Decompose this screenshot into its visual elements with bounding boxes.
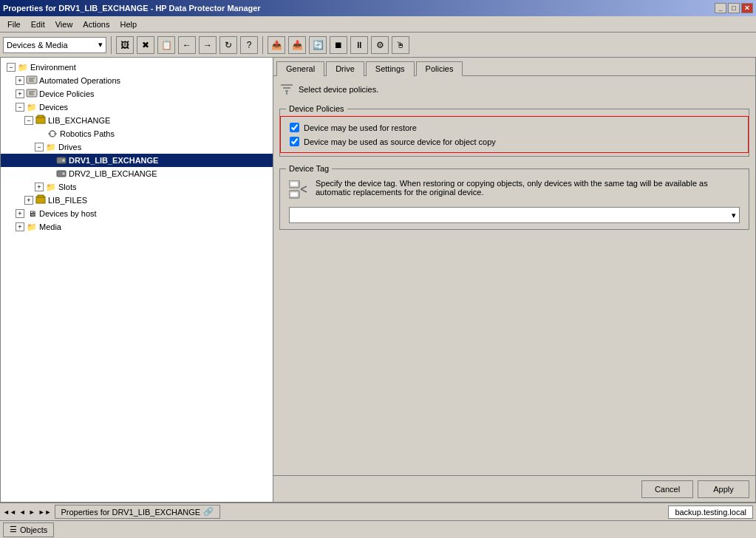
checkbox-row-restore: Device may be used for restore — [290, 123, 739, 132]
cancel-button[interactable]: Cancel — [641, 480, 693, 498]
tree-item-lib-files[interactable]: + LIB_FILES — [1, 194, 273, 207]
status-properties-label: Properties for DRV1_LIB_EXCHANGE 🔗 — [55, 505, 221, 519]
toolbar-btn-2[interactable]: ✖ — [137, 36, 154, 54]
drv2-icon — [55, 168, 67, 180]
menu-help[interactable]: Help — [115, 18, 141, 30]
toolbar-btn-11[interactable]: ⏸ — [350, 36, 368, 54]
svg-rect-24 — [290, 182, 298, 186]
title-bar-buttons: _ □ ✕ — [715, 3, 753, 13]
tree-label-robotics: Robotics Paths — [60, 129, 115, 138]
toolbar-btn-13[interactable]: 🖱 — [392, 36, 409, 54]
devices-media-dropdown[interactable]: Devices & Media ▾ — [3, 37, 106, 53]
tab-general[interactable]: General — [276, 61, 324, 76]
media-folder-icon: 📁 — [26, 221, 38, 233]
toolbar-btn-9[interactable]: 🔄 — [309, 36, 327, 54]
expand-drives-icon[interactable]: − — [35, 143, 44, 151]
nav-next-button[interactable]: ► — [29, 508, 35, 516]
device-tag-content: Specify the device tag. When restoring o… — [280, 173, 749, 229]
toolbar-btn-help[interactable]: ? — [240, 36, 258, 54]
toolbar-btn-12[interactable]: ⚙ — [371, 36, 389, 54]
toolbar-btn-8[interactable]: 📥 — [288, 36, 306, 54]
nav-prev-button[interactable]: ◄ — [19, 508, 26, 516]
toolbar-btn-10[interactable]: ⏹ — [330, 36, 347, 54]
expand-device-policies-icon[interactable]: + — [16, 89, 24, 98]
close-button[interactable]: ✕ — [741, 3, 753, 13]
expand-devices-host-icon[interactable]: + — [16, 209, 24, 218]
tree-item-lib-exchange[interactable]: − LIB_EXCHANGE — [1, 114, 273, 127]
tree-item-media[interactable]: + 📁 Media — [1, 220, 273, 234]
menu-edit[interactable]: Edit — [27, 18, 50, 30]
left-panel-tree: − 📁 Environment + Automated Operations + — [0, 58, 273, 503]
toolbar-btn-4[interactable]: ← — [178, 36, 196, 54]
device-tag-dropdown-arrow-icon: ▾ — [732, 211, 736, 220]
filter-icon — [279, 82, 294, 97]
expand-media-icon[interactable]: + — [16, 222, 24, 231]
apply-button[interactable]: Apply — [698, 480, 749, 498]
tree-item-automated-operations[interactable]: + Automated Operations — [1, 74, 273, 87]
source-device-checkbox[interactable] — [290, 137, 299, 146]
title-bar: Properties for DRV1_LIB_EXCHANGE - HP Da… — [0, 0, 756, 16]
tree-label-automated: Automated Operations — [39, 76, 120, 85]
select-policies-label: Select device policies. — [299, 85, 378, 94]
toolbar-separator-2 — [262, 36, 263, 54]
tree-item-drives[interactable]: − 📁 Drives — [1, 140, 273, 154]
restore-button[interactable]: □ — [728, 3, 740, 13]
menu-view[interactable]: View — [51, 18, 78, 30]
robotics-icon — [47, 128, 58, 140]
nav-first-button[interactable]: ◄◄ — [3, 508, 16, 516]
device-tag-dropdown[interactable]: ▾ — [289, 207, 740, 223]
status-nav: ◄◄ ◄ ► ►► — [3, 508, 52, 516]
status-server-label: backup.testing.local — [668, 505, 753, 519]
svg-rect-19 — [281, 84, 293, 86]
tree-item-devices-by-host[interactable]: + 🖥 Devices by host — [1, 207, 273, 220]
minimize-button[interactable]: _ — [715, 3, 726, 13]
tree-label-media: Media — [39, 222, 61, 231]
tree-label-drv1: DRV1_LIB_EXCHANGE — [69, 156, 158, 165]
tree-label-slots: Slots — [58, 183, 76, 191]
policies-tab-content: Select device policies. Device Policies … — [273, 76, 755, 475]
expand-automated-icon[interactable]: + — [16, 76, 24, 85]
expand-environment-icon[interactable]: − — [7, 63, 16, 72]
tree-item-devices[interactable]: − 📁 Devices — [1, 101, 273, 114]
toolbar-btn-7[interactable]: 📤 — [268, 36, 285, 54]
tree-label-lib-exchange: LIB_EXCHANGE — [48, 116, 110, 125]
automated-ops-icon — [26, 75, 38, 86]
tab-drive[interactable]: Drive — [326, 61, 364, 76]
objects-label: Objects — [20, 525, 47, 534]
tree-item-environment[interactable]: − 📁 Environment — [1, 61, 273, 74]
menu-bar: File Edit View Actions Help — [0, 16, 756, 33]
restore-checkbox[interactable] — [290, 123, 299, 132]
tab-settings[interactable]: Settings — [366, 61, 415, 76]
checkbox-row-source: Device may be used as source device for … — [290, 137, 739, 146]
tree-item-slots[interactable]: + 📁 Slots — [1, 180, 273, 194]
source-device-label: Device may be used as source device for … — [304, 137, 496, 146]
device-tag-info: Specify the device tag. When restoring o… — [289, 179, 740, 201]
toolbar-btn-6[interactable]: ↻ — [219, 36, 237, 54]
tree-item-device-policies[interactable]: + Device Policies — [1, 87, 273, 101]
svg-rect-26 — [290, 192, 298, 197]
svg-rect-21 — [285, 90, 288, 92]
toolbar-separator-1 — [111, 36, 112, 54]
nav-last-button[interactable]: ►► — [38, 508, 52, 516]
expand-lib-exchange-icon[interactable]: − — [24, 116, 33, 125]
dropdown-value: Devices & Media — [7, 41, 68, 50]
device-tag-group: Device Tag — [279, 164, 749, 230]
tree-item-robotics-paths[interactable]: Robotics Paths — [1, 127, 273, 140]
tree-item-drv1[interactable]: DRV1_LIB_EXCHANGE — [1, 154, 273, 167]
svg-rect-14 — [62, 159, 65, 162]
menu-file[interactable]: File — [3, 18, 25, 30]
folder-icon: 📁 — [17, 61, 29, 73]
device-policies-inner-box: Device may be used for restore Device ma… — [280, 116, 749, 153]
tab-policies[interactable]: Policies — [416, 61, 463, 76]
toolbar-btn-5[interactable]: → — [199, 36, 217, 54]
toolbar-btn-3[interactable]: 📋 — [157, 36, 175, 54]
objects-button[interactable]: ☰ Objects — [3, 522, 54, 537]
toolbar-btn-1[interactable]: 🖼 — [116, 36, 134, 54]
menu-actions[interactable]: Actions — [78, 18, 114, 30]
tree-item-drv2[interactable]: DRV2_LIB_EXCHANGE — [1, 167, 273, 180]
dropdown-arrow-icon: ▾ — [98, 40, 103, 50]
expand-devices-icon[interactable]: − — [16, 103, 24, 112]
expand-lib-files-icon[interactable]: + — [24, 196, 33, 205]
expand-slots-icon[interactable]: + — [35, 183, 44, 191]
devices-folder-icon: 📁 — [26, 101, 38, 113]
